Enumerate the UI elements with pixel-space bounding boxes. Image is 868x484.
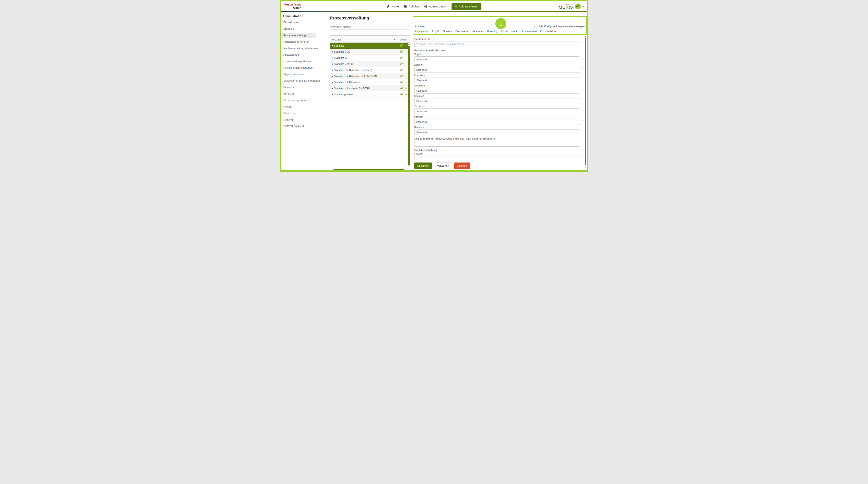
add-icon[interactable] xyxy=(404,44,407,47)
table-row-standard-fes[interactable]: ▶ Standard FES xyxy=(330,49,410,55)
sort-asc-icon[interactable]: ▲ xyxy=(394,39,398,40)
add-icon[interactable] xyxy=(404,81,407,84)
table-row-standard-passwort[interactable]: ▶ Standard mit Passwort xyxy=(330,79,410,85)
sidebar-item-logging[interactable]: Logging xyxy=(281,116,326,123)
scroll-up-icon[interactable]: ▲ xyxy=(584,35,586,37)
copy-icon[interactable] xyxy=(400,44,403,47)
scroll-down-icon[interactable]: ▼ xyxy=(584,166,586,168)
chevron-down-icon[interactable] xyxy=(583,5,585,8)
copy-icon[interactable] xyxy=(400,63,403,65)
sidebar-item-dsgvo-auskunft[interactable]: DSGVO Auskunft xyxy=(281,123,326,129)
process-name-spanisch-input[interactable] xyxy=(414,98,580,104)
add-icon[interactable] xyxy=(404,75,407,77)
sidebar-item-fehlerbenachrichtigungen[interactable]: Fehlerbenachrichtigungen xyxy=(281,64,326,71)
scroll-left-icon[interactable]: ◀ xyxy=(330,169,333,171)
sidebar-item-benutzer-registrieren[interactable]: Benutzer registrieren xyxy=(281,97,326,103)
sidebar-item-auswertungen[interactable]: Auswertungen xyxy=(281,52,326,58)
add-icon[interactable] xyxy=(404,63,407,65)
sidebar-item-prozessverwaltung[interactable]: Prozessverwaltung xyxy=(281,32,326,38)
copy-icon[interactable] xyxy=(400,75,403,77)
caret-right-icon[interactable]: ▶ xyxy=(330,57,334,59)
caret-right-icon[interactable]: ▶ xyxy=(330,63,334,65)
sidebar-item-benutzer[interactable]: Benutzer xyxy=(281,90,326,97)
table-row-standard[interactable]: ▶ Standard xyxy=(330,43,410,49)
tab-signatur[interactable]: Signatur xyxy=(442,30,452,33)
table-row-standard-optional-sms-tan[interactable]: ▶ Standard mit optional SMS-TAN xyxy=(330,85,410,91)
tab-formularfelder[interactable]: Formularfelder xyxy=(540,30,557,33)
save-button[interactable]: Speichern xyxy=(414,163,432,169)
scroll-up-icon[interactable]: ▲ xyxy=(408,43,410,45)
sidebar-item-xignup-verbinden[interactable]: XignUp verbinden xyxy=(281,71,326,77)
sidebar-item-audit-trail[interactable]: Audit Trail xyxy=(281,110,326,116)
caret-right-icon[interactable]: ▶ xyxy=(330,82,334,83)
caret-right-icon[interactable]: ▶ xyxy=(330,51,334,53)
caret-right-icon[interactable]: ▶ xyxy=(330,88,334,89)
sidebar-item-swisscom-siegel-konfiguration[interactable]: Swisscom Siegel Konfiguration xyxy=(281,77,326,84)
caret-right-icon[interactable]: ▶ xyxy=(330,75,334,77)
table-row-standard-biometrie-erweitert[interactable]: ▶ Standard mit Biometrie (erweitert) xyxy=(330,67,410,73)
table-row-standard-zertes[interactable]: ▶ Standard ZertES xyxy=(330,61,410,67)
show-all-params-checkbox[interactable] xyxy=(534,25,537,28)
discard-button[interactable]: Verwerfen xyxy=(434,163,452,169)
column-header-prozess[interactable]: Prozess ▲ xyxy=(330,37,398,42)
create-order-button[interactable]: + Auftrag anlegen xyxy=(452,3,482,10)
table-row-standardprozess[interactable]: ▶ Standardprozess xyxy=(330,91,410,97)
detail-vertical-scrollbar[interactable]: ▲ ▼ xyxy=(584,35,586,168)
process-name-rumaenisch-input[interactable] xyxy=(414,129,580,135)
tab-zugriff[interactable]: Zugriff xyxy=(432,30,439,33)
sidebar-item-branding[interactable]: Branding xyxy=(281,26,326,32)
process-name-deutsch-input[interactable] xyxy=(414,67,580,73)
tab-allgemeines[interactable]: Allgemeines xyxy=(415,30,429,33)
copy-icon[interactable] xyxy=(400,81,403,84)
process-name-franzoesisch-input[interactable] xyxy=(414,77,580,83)
tab-hooks[interactable]: Hooks xyxy=(512,30,519,33)
copy-icon[interactable] xyxy=(400,87,403,90)
sidebar-item-gruppe[interactable]: Gruppe xyxy=(281,103,326,110)
copy-icon[interactable] xyxy=(400,93,403,96)
sidebar-item-nachverarbeitung-wiederholen[interactable]: Nachverarbeitung wiederholen xyxy=(281,45,326,52)
caret-right-icon[interactable]: ▶ xyxy=(330,69,334,71)
caret-right-icon[interactable]: ▶ xyxy=(330,94,334,95)
sidebar-item-biometrie[interactable]: Biometrie xyxy=(281,84,326,90)
filter-input[interactable] xyxy=(330,29,410,36)
caret-right-icon[interactable]: ▶ xyxy=(330,45,334,46)
copy-icon[interactable] xyxy=(400,50,403,53)
tab-iterationen[interactable]: Iterationen xyxy=(472,30,484,33)
add-icon[interactable] xyxy=(404,87,407,90)
add-icon[interactable] xyxy=(404,56,407,59)
process-name-polnisch-input[interactable] xyxy=(414,119,580,125)
scroll-right-icon[interactable]: ▶ xyxy=(405,169,408,171)
table-hscroll-thumb[interactable] xyxy=(333,169,404,171)
tab-branding[interactable]: Branding xyxy=(487,30,498,33)
process-name-englisch-input[interactable] xyxy=(414,56,580,62)
tab-email[interactable]: E-Mail xyxy=(501,30,508,33)
table-vertical-scrollbar[interactable]: ▲ ▼ xyxy=(408,43,410,168)
delete-button[interactable]: Löschen xyxy=(454,163,470,169)
tab-dokumente[interactable]: Dokumente xyxy=(456,30,468,33)
process-name-italienisch-input[interactable] xyxy=(414,88,580,94)
copy-icon[interactable] xyxy=(400,69,403,71)
copy-icon[interactable] xyxy=(400,56,403,59)
table-row-standard-sa[interactable]: ▶ Standard SA xyxy=(330,55,410,61)
info-icon[interactable] xyxy=(431,38,434,40)
user-avatar[interactable]: モア xyxy=(575,4,581,9)
table-horizontal-scrollbar[interactable]: ◀ ▶ xyxy=(330,168,408,172)
nav-administration[interactable]: Administration xyxy=(424,5,446,8)
sidebar-scrollbar-thumb[interactable] xyxy=(329,104,330,110)
nav-home[interactable]: Home xyxy=(387,5,399,8)
table-row-standard-biometrie-sms-tan[interactable]: ▶ Standard mit Biometrie und SMS-TAN xyxy=(330,73,410,79)
process-name-tschechisch-input[interactable] xyxy=(414,108,580,115)
tab-kommentare[interactable]: Kommentare xyxy=(522,30,537,33)
detail-description-englisch-input[interactable] xyxy=(414,156,580,162)
table-vscroll-thumb[interactable] xyxy=(408,45,410,165)
add-icon[interactable] xyxy=(404,50,407,53)
add-icon[interactable] xyxy=(404,69,407,71)
nav-auftraege[interactable]: Aufträge xyxy=(404,5,419,8)
sidebar-item-platzhalter-generieren[interactable]: Platzhalter generieren xyxy=(281,38,326,45)
sidebar-scrollbar-track[interactable] xyxy=(329,12,329,169)
uri-input[interactable] xyxy=(414,141,580,147)
detail-vscroll-thumb[interactable] xyxy=(585,38,586,165)
sidebar-item-einstellungen[interactable]: Einstellungen xyxy=(281,19,326,26)
add-icon[interactable] xyxy=(404,93,407,96)
scroll-down-icon[interactable]: ▼ xyxy=(408,166,410,168)
